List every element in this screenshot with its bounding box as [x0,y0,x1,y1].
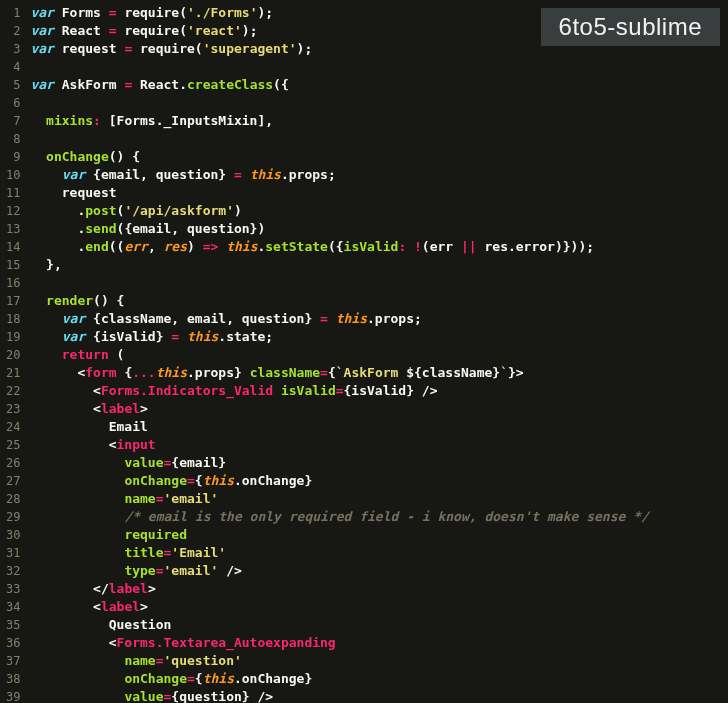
token-thiskw: this [250,167,281,182]
token-nm: ); [297,41,313,56]
token-nm: {question} /> [171,689,273,703]
token-tag: Forms.Textarea_Autoexpanding [117,635,336,650]
code-line[interactable]: render() { [30,292,648,310]
line-number: 30 [6,526,20,544]
code-line[interactable]: }, [30,256,648,274]
token-nm: ({ [328,239,344,254]
code-area[interactable]: var Forms = require('./Forms');var React… [30,0,648,703]
code-line[interactable]: .post('/api/askform') [30,202,648,220]
token-fn: render [46,293,93,308]
token-nm: () { [93,293,124,308]
token-nm: , [148,239,164,254]
token-str: 'question' [164,653,242,668]
code-line[interactable]: /* email is the only required field - i … [30,508,648,526]
token-str: `AskForm [336,365,406,380]
token-attr: required [124,527,187,542]
token-nm [30,563,124,578]
token-st: var [30,23,61,38]
token-nm: .onChange} [234,473,312,488]
code-line[interactable]: value={email} [30,454,648,472]
token-nm: ({ [273,77,289,92]
line-number: 11 [6,184,20,202]
code-line[interactable]: var {className, email, question} = this.… [30,310,648,328]
code-line[interactable]: <input [30,436,648,454]
line-number: 13 [6,220,20,238]
token-nm: .props; [281,167,336,182]
code-line[interactable]: value={question} /> [30,688,648,703]
code-line[interactable]: type='email' /> [30,562,648,580]
token-attr: isValid [281,383,336,398]
token-str: ` [500,365,508,380]
code-line[interactable]: required [30,526,648,544]
line-number: 24 [6,418,20,436]
code-line[interactable]: Email [30,418,648,436]
token-cm: /* email is the only required field - i … [124,509,648,524]
token-nm: AskForm [62,77,125,92]
token-nm [218,239,226,254]
code-line[interactable]: </label> [30,580,648,598]
code-line[interactable]: request [30,184,648,202]
line-number: 31 [6,544,20,562]
code-line[interactable] [30,130,648,148]
token-thiskw: this [336,311,367,326]
token-op: = [171,329,179,344]
code-line[interactable]: mixins: [Forms._InputsMixin], [30,112,648,130]
code-line[interactable] [30,94,648,112]
code-line[interactable] [30,58,648,76]
line-number: 15 [6,256,20,274]
code-line[interactable]: name='question' [30,652,648,670]
token-nm [30,671,124,686]
code-line[interactable]: name='email' [30,490,648,508]
code-line[interactable]: <form {...this.props} className={`AskFor… [30,364,648,382]
token-nm [30,113,46,128]
token-nm: (err [422,239,461,254]
code-line[interactable]: return ( [30,346,648,364]
token-nm: {email} [171,455,226,470]
code-line[interactable]: var {isValid} = this.state; [30,328,648,346]
line-number: 21 [6,364,20,382]
token-op: => [203,239,219,254]
token-attr: onChange [124,473,187,488]
line-number: 10 [6,166,20,184]
code-line[interactable]: onChange={this.onChange} [30,670,648,688]
token-fn: isValid [344,239,399,254]
token-nm: ${className} [406,365,500,380]
token-nm [30,527,124,542]
token-nm: < [30,383,100,398]
line-number: 28 [6,490,20,508]
code-line[interactable]: .end((err, res) => this.setState({isVali… [30,238,648,256]
line-number: 33 [6,580,20,598]
line-number: 29 [6,508,20,526]
line-number: 8 [6,130,20,148]
token-nm: . [30,203,85,218]
line-number: 2 [6,22,20,40]
code-line[interactable]: <Forms.Indicators_Valid isValid={isValid… [30,382,648,400]
token-op: : [93,113,101,128]
token-nm: > [140,599,148,614]
code-line[interactable]: Question [30,616,648,634]
code-line[interactable]: <label> [30,598,648,616]
token-op: = [109,5,117,20]
token-attr: value [124,689,163,703]
token-nm: /> [218,563,241,578]
code-editor[interactable]: 1234567891011121314151617181920212223242… [0,0,728,703]
token-fn: send [85,221,116,236]
token-str: '/api/askform' [124,203,234,218]
line-number: 39 [6,688,20,703]
code-line[interactable]: .send({email, question}) [30,220,648,238]
code-line[interactable]: var {email, question} = this.props; [30,166,648,184]
code-line[interactable] [30,274,648,292]
code-line[interactable]: <label> [30,400,648,418]
line-number: 20 [6,346,20,364]
token-tag: label [101,401,140,416]
code-line[interactable]: onChange={this.onChange} [30,472,648,490]
token-str: 'superagent' [203,41,297,56]
code-line[interactable]: title='Email' [30,544,648,562]
code-line[interactable]: <Forms.Textarea_Autoexpanding [30,634,648,652]
code-line[interactable]: var AskForm = React.createClass({ [30,76,648,94]
token-nm: request [30,185,116,200]
code-line[interactable]: onChange() { [30,148,648,166]
token-nm [30,689,124,703]
token-fn: setState [265,239,328,254]
token-nm: ); [242,23,258,38]
